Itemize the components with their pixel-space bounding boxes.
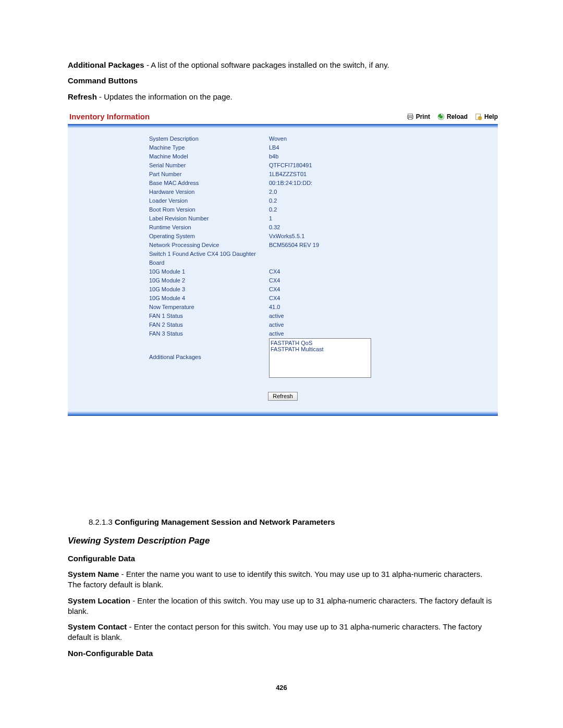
inventory-row-value: LB4 <box>269 143 495 152</box>
inventory-row-value: b4b <box>269 152 495 161</box>
inventory-screenshot: Inventory Information Print Reload ? Hel… <box>68 109 498 416</box>
inventory-row: FAN 1 Statusactive <box>71 312 495 320</box>
inventory-row-value: Woven <box>269 134 495 143</box>
inventory-row-value: 0.2 <box>269 205 495 214</box>
inventory-row-key: System Description <box>149 134 269 143</box>
inventory-row: System DescriptionWoven <box>71 134 495 143</box>
inventory-row-value: 41.0 <box>269 303 495 312</box>
inventory-row-value: BCM56504 REV 19 <box>269 241 495 250</box>
inventory-row: Loader Version0.2 <box>71 196 495 205</box>
inventory-rows: System DescriptionWovenMachine TypeLB4Ma… <box>71 134 495 338</box>
inventory-row: Boot Rom Version0.2 <box>71 205 495 214</box>
panel-bottom-divider <box>68 411 498 416</box>
panel-title: Inventory Information <box>68 112 150 121</box>
inventory-row-value: 1LB4ZZZST01 <box>269 170 495 179</box>
help-label: Help <box>484 113 498 120</box>
help-action[interactable]: ? Help <box>475 113 498 120</box>
sn-term: System Name <box>68 570 119 578</box>
panel-header: Inventory Information Print Reload ? Hel… <box>68 109 498 124</box>
svg-text:?: ? <box>479 117 481 120</box>
sl-term: System Location <box>68 596 130 605</box>
sl-desc: - Enter the location of this switch. You… <box>68 596 492 615</box>
configurable-data-heading: Configurable Data <box>68 553 498 564</box>
svg-rect-2 <box>408 118 412 120</box>
section-title: Configuring Management Session and Netwo… <box>115 517 335 526</box>
inventory-row-key: Runtime Version <box>149 223 269 232</box>
reload-icon <box>437 113 445 120</box>
panel-body: System DescriptionWovenMachine TypeLB4Ma… <box>68 128 498 411</box>
viewing-heading: Viewing System Description Page <box>68 536 498 546</box>
inventory-row-key: 10G Module 3 <box>149 285 269 294</box>
inventory-row: Hardware Version2.0 <box>71 188 495 196</box>
sn-desc: - Enter the name you want to use to iden… <box>68 570 482 589</box>
inventory-row-value: 0.2 <box>269 196 495 205</box>
inventory-row: Operating SystemVxWorks5.5.1 <box>71 232 495 241</box>
inventory-row-value: CX4 <box>269 267 495 276</box>
printer-icon <box>407 113 414 120</box>
system-location-line: System Location - Enter the location of … <box>68 596 498 617</box>
inventory-row-key: Now Temperature <box>149 303 269 312</box>
inventory-row: 10G Module 4CX4 <box>71 294 495 303</box>
inventory-row-key: Boot Rom Version <box>149 205 269 214</box>
help-icon: ? <box>475 113 482 120</box>
additional-packages-line: Additional Packages - A list of the opti… <box>68 60 498 70</box>
body-block: Configurable Data System Name - Enter th… <box>68 553 498 659</box>
inventory-row-value: CX4 <box>269 294 495 303</box>
inventory-row-value: CX4 <box>269 285 495 294</box>
page-number: 426 <box>0 684 563 692</box>
inventory-row: Runtime Version0.32 <box>71 223 495 232</box>
inventory-row: Machine TypeLB4 <box>71 143 495 152</box>
inventory-row: FAN 2 Statusactive <box>71 320 495 329</box>
inventory-row-key: FAN 1 Status <box>149 312 269 320</box>
non-configurable-data-heading: Non-Configurable Data <box>68 648 498 659</box>
inventory-row: 10G Module 3CX4 <box>71 285 495 294</box>
reload-action[interactable]: Reload <box>437 113 468 120</box>
inventory-row-key: Machine Model <box>149 152 269 161</box>
inventory-row: FAN 3 Statusactive <box>71 329 495 338</box>
command-buttons-heading: Command Buttons <box>68 76 498 86</box>
ap-term: Additional Packages <box>68 60 144 69</box>
system-contact-line: System Contact - Enter the contact perso… <box>68 622 498 643</box>
refresh-term: Refresh <box>68 92 97 101</box>
inventory-row-value: 2.0 <box>269 188 495 196</box>
sc-term: System Contact <box>68 622 127 631</box>
inventory-row-key: Serial Number <box>149 161 269 170</box>
inventory-row-value: 00:1B:24:1D:DD: <box>269 179 495 188</box>
inventory-row-value: QTFCFI7180491 <box>269 161 495 170</box>
inventory-row: Switch 1 Found Active CX4 10G Daughter B… <box>71 250 495 267</box>
refresh-line: Refresh - Updates the information on the… <box>68 92 498 102</box>
inventory-row: Label Revision Number1 <box>71 214 495 223</box>
inventory-row-value: active <box>269 329 495 338</box>
inventory-row: Base MAC Address00:1B:24:1D:DD: <box>71 179 495 188</box>
inventory-row: Part Number1LB4ZZZST01 <box>71 170 495 179</box>
inventory-row: Network Processing DeviceBCM56504 REV 19 <box>71 241 495 250</box>
inventory-row: 10G Module 2CX4 <box>71 276 495 285</box>
refresh-button[interactable]: Refresh <box>268 392 298 401</box>
section-number-heading: 8.2.1.3 Configuring Management Session a… <box>89 517 498 526</box>
panel-top-divider <box>68 124 498 128</box>
inventory-row: Machine Modelb4b <box>71 152 495 161</box>
inventory-row-key: Machine Type <box>149 143 269 152</box>
ap-row-label: Additional Packages <box>149 338 269 380</box>
inventory-row-key: FAN 2 Status <box>149 320 269 329</box>
additional-packages-row: Additional Packages <box>71 338 495 380</box>
print-label: Print <box>416 113 430 120</box>
inventory-row-value <box>269 250 495 267</box>
reload-label: Reload <box>447 113 468 120</box>
panel-button-row: Refresh <box>71 392 495 401</box>
inventory-row-key: Network Processing Device <box>149 241 269 250</box>
inventory-row-key: 10G Module 4 <box>149 294 269 303</box>
refresh-desc: - Updates the information on the page. <box>97 92 232 101</box>
inventory-row-key: Part Number <box>149 170 269 179</box>
inventory-row-value: CX4 <box>269 276 495 285</box>
inventory-row: Serial NumberQTFCFI7180491 <box>71 161 495 170</box>
system-name-line: System Name - Enter the name you want to… <box>68 569 498 590</box>
print-action[interactable]: Print <box>407 113 430 120</box>
inventory-row-value: active <box>269 320 495 329</box>
inventory-row: 10G Module 1CX4 <box>71 267 495 276</box>
svg-rect-0 <box>408 114 412 116</box>
additional-packages-textarea[interactable] <box>269 338 371 378</box>
inventory-row-key: Hardware Version <box>149 188 269 196</box>
inventory-row-key: Base MAC Address <box>149 179 269 188</box>
inventory-row-value: VxWorks5.5.1 <box>269 232 495 241</box>
